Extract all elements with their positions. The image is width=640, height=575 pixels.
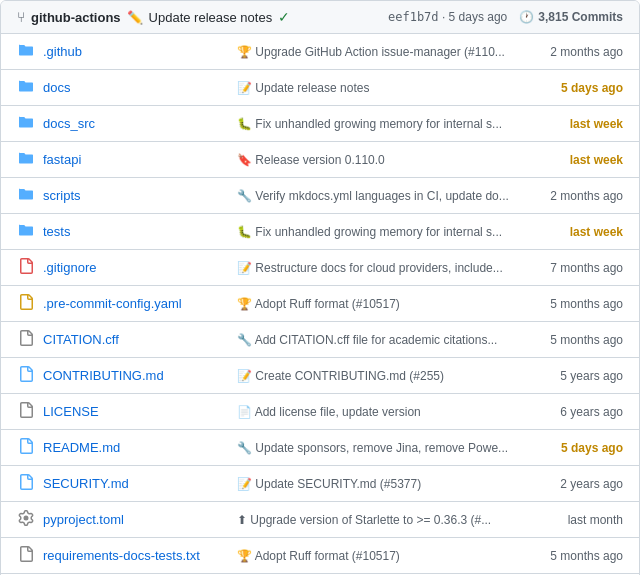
last-commit-message[interactable]: Update release notes (149, 10, 273, 25)
file-name[interactable]: CITATION.cff (43, 332, 119, 347)
commit-message-text: 🔧 Update sponsors, remove Jina, remove P… (237, 441, 508, 455)
file-name-col: tests (17, 222, 237, 241)
file-type-icon (17, 150, 35, 169)
commit-message-text: 📝 Restructure docs for cloud providers, … (237, 261, 503, 275)
file-type-icon (17, 474, 35, 493)
file-browser: ⑂ github-actions ✏️ Update release notes… (0, 0, 640, 575)
file-type-icon (17, 222, 35, 241)
commit-message-col: 📝 Update SECURITY.md (#5377) (237, 476, 513, 491)
commit-message-text: 🏆 Adopt Ruff format (#10517) (237, 549, 400, 563)
file-name-col: LICENSE (17, 402, 237, 421)
file-name-col: .pre-commit-config.yaml (17, 294, 237, 313)
file-name[interactable]: requirements-docs-tests.txt (43, 548, 200, 563)
table-row: docs_src 🐛 Fix unhandled growing memory … (1, 106, 639, 142)
svg-rect-2 (22, 446, 24, 447)
commit-message-col: 🐛 Fix unhandled growing memory for inter… (237, 224, 513, 239)
commit-hash[interactable]: eef1b7d · 5 days ago (388, 10, 507, 24)
commit-message-col: 📝 Restructure docs for cloud providers, … (237, 260, 513, 275)
file-name[interactable]: LICENSE (43, 404, 99, 419)
commit-message-col: 🔖 Release version 0.110.0 (237, 152, 513, 167)
file-type-icon (17, 78, 35, 97)
file-name-col: .gitignore (17, 258, 237, 277)
check-icon: ✓ (278, 9, 290, 25)
commit-message-text: ⬆ Upgrade version of Starlette to >= 0.3… (237, 513, 491, 527)
commit-time: 2 months ago (513, 189, 623, 203)
branch-name[interactable]: github-actions (31, 10, 121, 25)
commit-message-text: 🐛 Fix unhandled growing memory for inter… (237, 225, 502, 239)
file-name[interactable]: .gitignore (43, 260, 96, 275)
file-name-col: docs_src (17, 114, 237, 133)
svg-rect-0 (22, 374, 24, 375)
table-row: docs 📝 Update release notes 5 days ago (1, 70, 639, 106)
file-name-col: CONTRIBUTING.md (17, 366, 237, 385)
commit-time: last week (513, 117, 623, 131)
svg-rect-1 (25, 374, 30, 375)
commit-message-col: 🔧 Verify mkdocs.yml languages in CI, upd… (237, 188, 513, 203)
commit-time: last week (513, 225, 623, 239)
commit-time: 6 years ago (513, 405, 623, 419)
commit-message-text: 🔖 Release version 0.110.0 (237, 153, 385, 167)
svg-rect-3 (25, 446, 30, 447)
commits-link[interactable]: 🕐 3,815 Commits (519, 10, 623, 24)
commit-time: last month (513, 513, 623, 527)
table-row: tests 🐛 Fix unhandled growing memory for… (1, 214, 639, 250)
file-type-icon (17, 114, 35, 133)
file-name[interactable]: .pre-commit-config.yaml (43, 296, 182, 311)
folder-name[interactable]: .github (43, 44, 82, 59)
commit-message-col: 🔧 Update sponsors, remove Jina, remove P… (237, 440, 513, 455)
table-row: SECURITY.md 📝 Update SECURITY.md (#5377)… (1, 466, 639, 502)
commit-time: 5 years ago (513, 369, 623, 383)
file-name-col: SECURITY.md (17, 474, 237, 493)
svg-rect-5 (25, 482, 30, 483)
commit-message-text: 📝 Create CONTRIBUTING.md (#255) (237, 369, 444, 383)
folder-name[interactable]: tests (43, 224, 70, 239)
commit-time: last week (513, 153, 623, 167)
commit-time: 5 months ago (513, 333, 623, 347)
folder-name[interactable]: docs_src (43, 116, 95, 131)
commit-message-text: 🐛 Fix unhandled growing memory for inter… (237, 117, 502, 131)
commit-message-text: 📝 Update SECURITY.md (#5377) (237, 477, 421, 491)
table-row: scripts 🔧 Verify mkdocs.yml languages in… (1, 178, 639, 214)
file-name-col: fastapi (17, 150, 237, 169)
folder-name[interactable]: docs (43, 80, 70, 95)
header-left: ⑂ github-actions ✏️ Update release notes… (17, 9, 380, 25)
header-right: eef1b7d · 5 days ago 🕐 3,815 Commits (388, 10, 623, 24)
commit-message-col: 🐛 Fix unhandled growing memory for inter… (237, 116, 513, 131)
file-name[interactable]: SECURITY.md (43, 476, 129, 491)
table-row: .github 🏆 Upgrade GitHub Action issue-ma… (1, 34, 639, 70)
commit-message-text: 📝 Update release notes (237, 81, 369, 95)
file-name-col: requirements-docs-tests.txt (17, 546, 237, 565)
commit-message-text: 📄 Add license file, update version (237, 405, 421, 419)
clock-icon: 🕐 (519, 10, 534, 24)
file-name[interactable]: CONTRIBUTING.md (43, 368, 164, 383)
folder-name[interactable]: scripts (43, 188, 81, 203)
file-type-icon (17, 258, 35, 277)
folder-name[interactable]: fastapi (43, 152, 81, 167)
file-name-col: docs (17, 78, 237, 97)
file-name[interactable]: README.md (43, 440, 120, 455)
file-type-icon (17, 438, 35, 457)
table-row: fastapi 🔖 Release version 0.110.0 last w… (1, 142, 639, 178)
repo-header: ⑂ github-actions ✏️ Update release notes… (1, 1, 639, 34)
commit-time: 7 months ago (513, 261, 623, 275)
file-type-icon (17, 186, 35, 205)
table-row: README.md 🔧 Update sponsors, remove Jina… (1, 430, 639, 466)
file-list: .github 🏆 Upgrade GitHub Action issue-ma… (1, 34, 639, 575)
commit-time: 5 days ago (513, 441, 623, 455)
commit-message-col: 📝 Create CONTRIBUTING.md (#255) (237, 368, 513, 383)
file-name-col: scripts (17, 186, 237, 205)
file-type-icon (17, 402, 35, 421)
commit-message-text: 🏆 Upgrade GitHub Action issue-manager (#… (237, 45, 505, 59)
file-type-icon (17, 294, 35, 313)
commit-message-col: ⬆ Upgrade version of Starlette to >= 0.3… (237, 512, 513, 527)
svg-rect-4 (22, 482, 24, 483)
commit-message-col: 🔧 Add CITATION.cff file for academic cit… (237, 332, 513, 347)
table-row: requirements-docs-tests.txt 🏆 Adopt Ruff… (1, 538, 639, 574)
commit-message-text: 🏆 Adopt Ruff format (#10517) (237, 297, 400, 311)
file-name[interactable]: pyproject.toml (43, 512, 124, 527)
commit-message-col: 🏆 Adopt Ruff format (#10517) (237, 296, 513, 311)
commit-time: 5 days ago (513, 81, 623, 95)
table-row: CONTRIBUTING.md 📝 Create CONTRIBUTING.md… (1, 358, 639, 394)
file-name-col: pyproject.toml (17, 510, 237, 529)
commit-time: 2 months ago (513, 45, 623, 59)
